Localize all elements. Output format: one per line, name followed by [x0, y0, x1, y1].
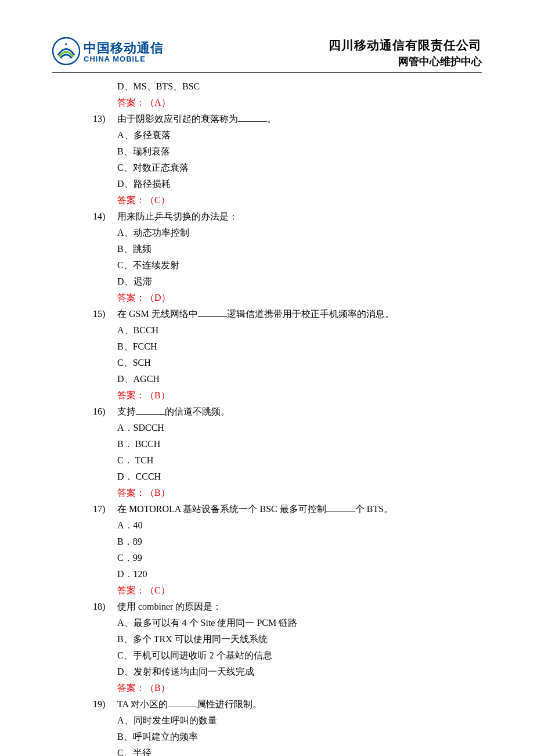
logo-en: CHINA MOBILE: [84, 55, 164, 63]
option-row: D．120: [117, 566, 482, 582]
blank: [198, 316, 227, 317]
question-number: 13): [93, 111, 117, 127]
option-row: A、多径衰落: [117, 127, 482, 143]
question-row: 14)用来防止乒乓切换的办法是：: [93, 208, 482, 225]
question-row: 15)在 GSM 无线网络中逻辑信道携带用于校正手机频率的消息。: [93, 306, 482, 322]
question-row: 18)使用 combiner 的原因是：: [93, 599, 482, 615]
question-number: 18): [93, 599, 117, 615]
option-row: A、同时发生呼叫的数量: [117, 712, 482, 729]
question-text-pre: TA 对小区的: [117, 699, 168, 709]
question-text-post: 个 BTS。: [355, 504, 393, 514]
option-row: D、AGCH: [117, 371, 482, 387]
question-row: 16)支持的信道不跳频。: [93, 404, 482, 420]
option-row: A．SDCCH: [117, 420, 482, 436]
option-row: B、多个 TRX 可以使用同一天线系统: [117, 631, 482, 647]
option-row: C．99: [117, 550, 482, 566]
answer-row: 答案：（C）: [117, 192, 482, 208]
option-row: C、SCH: [117, 355, 482, 371]
question-text: TA 对小区的属性进行限制。: [117, 696, 262, 712]
option-row: C、不连续发射: [117, 257, 482, 273]
answer-row: 答案：（B）: [117, 387, 482, 404]
option-row: C． TCH: [117, 452, 482, 469]
option-row: C、半径: [117, 745, 482, 756]
question-number: 19): [93, 696, 117, 712]
company-name: 四川移动通信有限责任公司: [329, 37, 482, 53]
question-text-pre: 在 GSM 无线网络中: [117, 309, 198, 319]
question-text-post: 属性进行限制。: [197, 699, 262, 709]
logo-cn: 中国移动通信: [84, 41, 164, 55]
logo-block: 中国移动通信 CHINA MOBILE: [52, 37, 164, 67]
option-row: D． CCCH: [117, 469, 482, 485]
option-row: D、迟滞: [117, 273, 482, 290]
header-divider: [52, 72, 482, 73]
option-row: B、跳频: [117, 241, 482, 257]
question-row: 19)TA 对小区的属性进行限制。: [93, 696, 482, 712]
page-header: 中国移动通信 CHINA MOBILE 四川移动通信有限责任公司 网管中心维护中…: [52, 37, 482, 69]
option-row: D、发射和传送均由同一天线完成: [117, 664, 482, 680]
option-row: B、FCCH: [117, 339, 482, 355]
answer-row: 答案：（B）: [117, 680, 482, 696]
blank: [136, 414, 165, 415]
question-text-pre: 在 MOTOROLA 基站设备系统一个 BSC 最多可控制: [117, 504, 326, 514]
option-row: B、瑞利衰落: [117, 143, 482, 160]
logo-text: 中国移动通信 CHINA MOBILE: [84, 41, 164, 63]
answer-row: 答案：（B）: [117, 485, 482, 501]
option-row: A、最多可以有 4 个 Site 使用同一 PCM 链路: [117, 615, 482, 631]
option-row: C、手机可以同进收听 2 个基站的信息: [117, 647, 482, 664]
blank: [238, 121, 267, 122]
dept-name: 网管中心维护中心: [329, 55, 482, 69]
question-text: 使用 combiner 的原因是：: [117, 599, 222, 615]
blank: [168, 707, 197, 707]
option-row: C、对数正态衰落: [117, 160, 482, 176]
question-text-post: 。: [267, 114, 276, 124]
answer-row: 答案：（C）: [117, 582, 482, 599]
blank: [326, 512, 355, 512]
question-number: 16): [93, 404, 117, 420]
china-mobile-logo-icon: [52, 37, 80, 67]
question-text-post: 的信道不跳频。: [165, 406, 230, 416]
option-row: A．40: [117, 517, 482, 534]
question-row: 13)由于阴影效应引起的衰落称为。: [93, 111, 482, 127]
option-row: A、BCCH: [117, 322, 482, 339]
option-row: A、动态功率控制: [117, 225, 482, 241]
option-row: D、路径损耗: [117, 176, 482, 192]
question-text: 由于阴影效应引起的衰落称为。: [117, 111, 276, 127]
header-right: 四川移动通信有限责任公司 网管中心维护中心: [329, 37, 482, 69]
option-row: B．89: [117, 534, 482, 550]
option-row: B． BCCH: [117, 436, 482, 452]
question-number: 14): [93, 208, 117, 225]
question-text-pre: 支持: [117, 406, 136, 416]
content: D、MS、BTS、BSC 答案：（A） 13)由于阴影效应引起的衰落称为。A、多…: [93, 78, 482, 756]
page: 中国移动通信 CHINA MOBILE 四川移动通信有限责任公司 网管中心维护中…: [0, 0, 534, 756]
answer-row: 答案：（D）: [117, 290, 482, 306]
answer-remnant: 答案：（A）: [117, 95, 482, 111]
question-text: 在 MOTOROLA 基站设备系统一个 BSC 最多可控制个 BTS。: [117, 501, 393, 517]
question-row: 17)在 MOTOROLA 基站设备系统一个 BSC 最多可控制个 BTS。: [93, 501, 482, 517]
question-number: 17): [93, 501, 117, 517]
question-text: 支持的信道不跳频。: [117, 404, 230, 420]
question-text-pre: 由于阴影效应引起的衰落称为: [117, 114, 238, 124]
question-text: 在 GSM 无线网络中逻辑信道携带用于校正手机频率的消息。: [117, 306, 394, 322]
question-number: 15): [93, 306, 117, 322]
option-row: B、呼叫建立的频率: [117, 729, 482, 745]
question-text: 用来防止乒乓切换的办法是：: [117, 208, 238, 225]
option-d-remnant: D、MS、BTS、BSC: [117, 78, 482, 95]
question-text-post: 逻辑信道携带用于校正手机频率的消息。: [227, 309, 394, 319]
